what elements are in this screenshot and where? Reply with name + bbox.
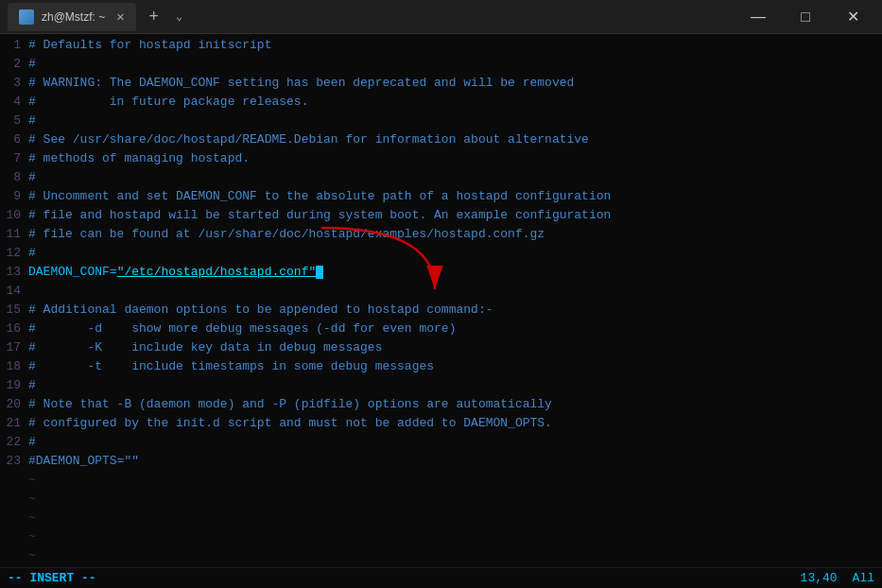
editor-line: 22# xyxy=(0,433,882,452)
line-number: 7 xyxy=(0,149,28,168)
line-text: # file and hostapd will be started durin… xyxy=(28,206,882,225)
line-number: 5 xyxy=(0,112,28,130)
editor-area: 1# Defaults for hostapd initscript2#3# W… xyxy=(0,34,882,588)
line-number: 13 xyxy=(0,263,28,282)
line-number: 18 xyxy=(0,357,28,376)
editor-line: 19# xyxy=(0,376,882,395)
scroll-position: All xyxy=(853,571,874,585)
line-text: # -t include timestamps in some debug me… xyxy=(28,357,882,376)
editor-line: 11# file can be found at /usr/share/doc/… xyxy=(0,225,882,244)
editor-content: 1# Defaults for hostapd initscript2#3# W… xyxy=(0,34,882,567)
line-text: # Additional daemon options to be append… xyxy=(28,301,882,320)
tilde-char: ~ xyxy=(28,490,882,509)
editor-line: 3# WARNING: The DAEMON_CONF setting has … xyxy=(0,74,882,93)
line-number: 8 xyxy=(0,168,28,187)
line-text: # -d show more debug messages (-dd for e… xyxy=(28,320,882,338)
line-number: 3 xyxy=(0,74,28,93)
line-text: # in future package releases. xyxy=(28,93,882,112)
line-text: #DAEMON_OPTS="" xyxy=(28,452,882,471)
line-number: 1 xyxy=(0,36,28,55)
editor-line: 23#DAEMON_OPTS="" xyxy=(0,452,882,471)
line-number: 22 xyxy=(0,433,28,452)
statusbar: -- INSERT -- 13,40 All xyxy=(0,567,882,588)
line-text: # Uncomment and set DAEMON_CONF to the a… xyxy=(28,187,882,206)
tilde-line: ~ xyxy=(0,490,882,509)
window-controls: — □ ✕ xyxy=(736,3,874,31)
line-text: # configured by the init.d script and mu… xyxy=(28,414,882,433)
line-number: 9 xyxy=(0,187,28,206)
tilde-char: ~ xyxy=(28,527,882,546)
tilde-line: ~ xyxy=(0,509,882,527)
editor-line: 8# xyxy=(0,168,882,187)
editor-line: 5# xyxy=(0,112,882,130)
terminal-icon xyxy=(19,9,34,25)
line-number: 10 xyxy=(0,206,28,225)
editor-line: 6# See /usr/share/doc/hostapd/README.Deb… xyxy=(0,130,882,149)
line-number: 23 xyxy=(0,452,28,471)
tab-dropdown-button[interactable]: ⌄ xyxy=(168,3,191,31)
statusbar-right: 13,40 All xyxy=(801,571,874,585)
tilde-line: ~ xyxy=(0,471,882,490)
line-text: # -K include key data in debug messages xyxy=(28,338,882,357)
editor-line: 9# Uncomment and set DAEMON_CONF to the … xyxy=(0,187,882,206)
close-button[interactable]: ✕ xyxy=(831,3,874,31)
tab-close-icon[interactable]: ✕ xyxy=(116,9,124,25)
editor-line: 17# -K include key data in debug message… xyxy=(0,338,882,357)
tab-label: zh@Mstzf: ~ xyxy=(42,10,105,24)
editor-line: 20# Note that -B (daemon mode) and -P (p… xyxy=(0,395,882,414)
line-number: 12 xyxy=(0,244,28,263)
line-text: # WARNING: The DAEMON_CONF setting has b… xyxy=(28,74,882,93)
line-number: 19 xyxy=(0,376,28,395)
line-number: 14 xyxy=(0,282,28,301)
line-number: 6 xyxy=(0,130,28,149)
line-text: # Defaults for hostapd initscript xyxy=(28,36,882,55)
tilde-char: ~ xyxy=(28,546,882,565)
line-number: 17 xyxy=(0,338,28,357)
maximize-button[interactable]: □ xyxy=(784,3,827,31)
editor-line: 13DAEMON_CONF="/etc/hostapd/hostapd.conf… xyxy=(0,263,882,282)
editor-line: 12# xyxy=(0,244,882,263)
line-number: 16 xyxy=(0,320,28,338)
line-text: # xyxy=(28,168,882,187)
editor-mode: -- INSERT -- xyxy=(8,571,96,585)
minimize-button[interactable]: — xyxy=(736,3,780,31)
editor-line: 18# -t include timestamps in some debug … xyxy=(0,357,882,376)
line-text: # xyxy=(28,244,882,263)
tilde-char: ~ xyxy=(28,471,882,490)
cursor-position: 13,40 xyxy=(801,571,838,585)
editor-line: 15# Additional daemon options to be appe… xyxy=(0,301,882,320)
line-number: 21 xyxy=(0,414,28,433)
line-text: # methods of managing hostapd. xyxy=(28,149,882,168)
titlebar: zh@Mstzf: ~ ✕ + ⌄ — □ ✕ xyxy=(0,0,882,34)
editor-line: 4# in future package releases. xyxy=(0,93,882,112)
line-text: # xyxy=(28,376,882,395)
editor-line: 1# Defaults for hostapd initscript xyxy=(0,36,882,55)
line-number: 20 xyxy=(0,395,28,414)
new-tab-button[interactable]: + xyxy=(140,3,168,31)
tilde-line: ~ xyxy=(0,527,882,546)
tilde-line: ~ xyxy=(0,546,882,565)
editor-line: 2# xyxy=(0,55,882,74)
line-number: 4 xyxy=(0,93,28,112)
editor-line: 14 xyxy=(0,282,882,301)
line-text: # xyxy=(28,112,882,130)
line-text: # See /usr/share/doc/hostapd/README.Debi… xyxy=(28,130,882,149)
line-text: # file can be found at /usr/share/doc/ho… xyxy=(28,225,882,244)
terminal-tab[interactable]: zh@Mstzf: ~ ✕ xyxy=(8,3,136,31)
tilde-char: ~ xyxy=(28,509,882,527)
line-text: # xyxy=(28,55,882,74)
line-text: # Note that -B (daemon mode) and -P (pid… xyxy=(28,395,882,414)
line-text: # xyxy=(28,433,882,452)
line-text: DAEMON_CONF="/etc/hostapd/hostapd.conf" xyxy=(28,263,882,282)
line-number: 15 xyxy=(0,301,28,320)
editor-line: 21# configured by the init.d script and … xyxy=(0,414,882,433)
editor-line: 10# file and hostapd will be started dur… xyxy=(0,206,882,225)
line-number: 2 xyxy=(0,55,28,74)
editor-line: 7# methods of managing hostapd. xyxy=(0,149,882,168)
editor-line: 16# -d show more debug messages (-dd for… xyxy=(0,320,882,338)
line-number: 11 xyxy=(0,225,28,244)
